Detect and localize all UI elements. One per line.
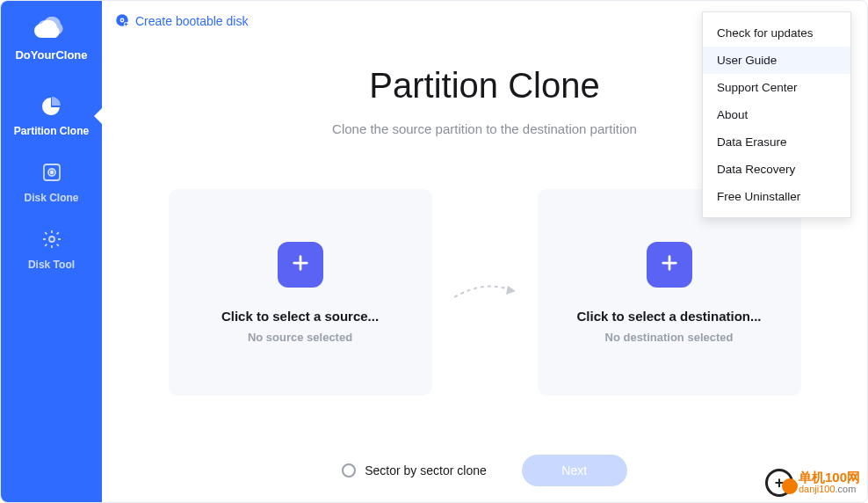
menu-item-about[interactable]: About <box>703 101 850 128</box>
brand-label: DoYourClone <box>15 48 87 62</box>
watermark-cn: 单机100网 <box>799 470 860 485</box>
disc-icon <box>114 12 130 31</box>
menu-item-data-erasure[interactable]: Data Erasure <box>703 128 850 156</box>
watermark-url: danji100.com <box>799 485 860 495</box>
arrow-divider <box>450 278 520 308</box>
add-source-button[interactable] <box>278 242 323 288</box>
destination-sub: No destination selected <box>605 331 734 344</box>
pie-icon <box>41 95 62 120</box>
main-menu-dropdown: Check for updates User Guide Support Cen… <box>702 11 851 218</box>
main-area: Create bootable disk Partition Clone Clo… <box>102 1 867 502</box>
plus-icon <box>291 253 310 276</box>
menu-item-check-updates[interactable]: Check for updates <box>703 19 850 47</box>
page-title: Partition Clone <box>369 66 599 106</box>
destination-title: Click to select a destination... <box>576 309 761 324</box>
svg-point-6 <box>121 18 123 20</box>
sidebar-item-disk-clone[interactable]: Disk Clone <box>1 149 102 216</box>
top-link-label: Create bootable disk <box>135 14 248 28</box>
svg-point-2 <box>50 171 53 174</box>
disk-search-icon <box>41 162 62 186</box>
sector-label: Sector by sector clone <box>365 463 487 477</box>
next-button[interactable]: Next <box>522 455 627 486</box>
create-bootable-disk-link[interactable]: Create bootable disk <box>114 12 248 31</box>
logo-icon <box>34 17 69 41</box>
menu-item-support-center[interactable]: Support Center <box>703 74 850 101</box>
page-subtitle: Clone the source partition to the destin… <box>332 121 637 136</box>
source-sub: No source selected <box>248 331 352 344</box>
radio-unchecked-icon <box>342 463 356 477</box>
svg-point-3 <box>49 237 54 242</box>
bottom-row: Sector by sector clone Next <box>102 455 867 486</box>
menu-item-data-recovery[interactable]: Data Recovery <box>703 156 850 183</box>
gear-icon <box>41 229 62 253</box>
watermark: + 单机100网 danji100.com <box>765 469 860 497</box>
menu-item-free-uninstaller[interactable]: Free Uninstaller <box>703 183 850 210</box>
destination-card[interactable]: Click to select a destination... No dest… <box>538 189 801 396</box>
sidebar-item-label: Disk Tool <box>28 259 75 271</box>
source-card[interactable]: Click to select a source... No source se… <box>169 189 432 396</box>
sidebar-item-partition-clone[interactable]: Partition Clone <box>1 83 102 149</box>
source-title: Click to select a source... <box>221 309 379 324</box>
sidebar-item-label: Disk Clone <box>24 192 78 204</box>
sidebar-item-disk-tool[interactable]: Disk Tool <box>1 216 102 283</box>
menu-item-user-guide[interactable]: User Guide <box>703 47 850 74</box>
sidebar-item-label: Partition Clone <box>14 125 89 137</box>
sector-by-sector-option[interactable]: Sector by sector clone <box>342 463 487 477</box>
add-destination-button[interactable] <box>647 242 692 288</box>
watermark-text: 单机100网 danji100.com <box>799 470 860 494</box>
cards-row: Click to select a source... No source se… <box>125 189 844 396</box>
app-window: DoYourClone Partition Clone Disk Clone D… <box>0 0 868 503</box>
watermark-badge-icon: + <box>765 469 793 497</box>
plus-icon <box>660 253 679 276</box>
next-label: Next <box>561 463 587 477</box>
sidebar: DoYourClone Partition Clone Disk Clone D… <box>1 1 102 502</box>
